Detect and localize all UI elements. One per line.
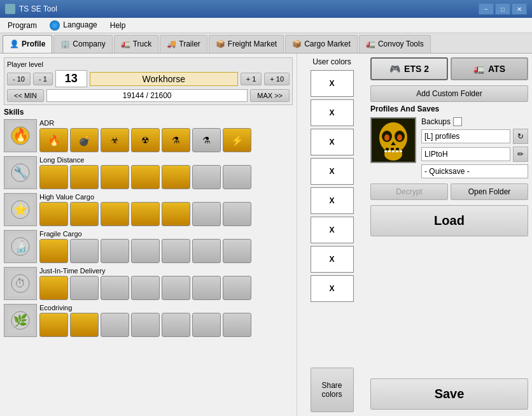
adr-skill-info: ADR 🔥 💣 ☣ ☢ ⚗ ⚗ ⚡ xyxy=(39,119,293,152)
tab-trailer[interactable]: 🚚 Trailer xyxy=(160,35,207,53)
eco-bar-6[interactable] xyxy=(192,313,221,337)
ets2-tab[interactable]: 🎮 ETS 2 xyxy=(370,57,448,80)
eco-bar-7[interactable] xyxy=(223,313,251,337)
jit-bar-3[interactable] xyxy=(101,276,129,300)
hv-bar-4[interactable] xyxy=(131,202,160,226)
hv-bar-5[interactable] xyxy=(162,202,190,226)
menu-program[interactable]: Program xyxy=(3,20,42,31)
refresh-profiles-button[interactable]: ↻ xyxy=(513,129,528,144)
max-button[interactable]: MAX >> xyxy=(250,89,290,102)
high-value-skill-name: High Value Cargo xyxy=(39,193,293,201)
color-swatch-7[interactable]: X xyxy=(311,246,354,273)
jit-bar-4[interactable] xyxy=(131,276,160,300)
adr-bar-2[interactable]: 💣 xyxy=(70,128,99,152)
color-swatch-3[interactable]: X xyxy=(311,129,354,155)
ld-bar-6[interactable] xyxy=(192,165,221,189)
adr-bar-3[interactable]: ☣ xyxy=(101,128,129,152)
menu-help[interactable]: Help xyxy=(105,20,131,31)
minus10-button[interactable]: - 10 xyxy=(7,73,31,85)
fr-bar-5[interactable] xyxy=(162,239,190,263)
eco-skill-name: Ecodriving xyxy=(39,304,293,312)
fr-bar-6[interactable] xyxy=(192,239,221,263)
eco-bar-4[interactable] xyxy=(131,313,160,337)
adr-bar-4[interactable]: ☢ xyxy=(131,128,160,152)
maximize-button[interactable]: □ xyxy=(495,3,510,15)
color-swatch-5[interactable]: X xyxy=(311,187,354,214)
tab-company[interactable]: 🏢 Company xyxy=(53,35,112,53)
tab-truck[interactable]: 🚛 Truck xyxy=(114,35,159,53)
decrypt-button[interactable]: Decrypt xyxy=(370,183,448,200)
minus1-button[interactable]: - 1 xyxy=(33,73,53,85)
plus10-button[interactable]: + 10 xyxy=(264,73,290,85)
jit-bar-5[interactable] xyxy=(162,276,190,300)
ld-bar-4[interactable] xyxy=(131,165,160,189)
eco-bar-5[interactable] xyxy=(162,313,190,337)
hv-bar-3[interactable] xyxy=(101,202,129,226)
quicksave-dropdown[interactable]: - Quicksave - xyxy=(421,164,528,178)
hv-bar-2[interactable] xyxy=(70,202,99,226)
user-colors-label: User colors xyxy=(312,57,351,66)
ld-bar-2[interactable] xyxy=(70,165,99,189)
edit-save-button[interactable]: ✏ xyxy=(513,147,528,162)
color-swatch-4[interactable]: X xyxy=(311,158,354,185)
save-dropdown[interactable]: LIPtoH xyxy=(421,147,510,161)
hv-bar-6[interactable] xyxy=(192,202,221,226)
svg-rect-33 xyxy=(400,150,402,152)
jit-skill-icon: ⏱ xyxy=(4,267,37,300)
fr-bar-1[interactable] xyxy=(39,239,68,263)
hv-bar-7[interactable] xyxy=(223,202,251,226)
adr-bar-5[interactable]: ⚗ xyxy=(162,128,190,152)
jit-bar-6[interactable] xyxy=(192,276,221,300)
adr-bar-1[interactable]: 🔥 xyxy=(39,128,68,152)
skill-row-high-value: ⭐ High Value Cargo xyxy=(4,193,293,226)
plus1-button[interactable]: + 1 xyxy=(241,73,262,85)
minimize-button[interactable]: − xyxy=(479,3,494,15)
fr-bar-2[interactable] xyxy=(70,239,99,263)
ld-bar-1[interactable] xyxy=(39,165,68,189)
adr-bar-7[interactable]: ⚡ xyxy=(223,128,251,152)
svg-rect-27 xyxy=(391,148,394,150)
jit-bar-7[interactable] xyxy=(223,276,251,300)
right-panel: 🎮 ETS 2 🚛 ATS Add Custom Folder Profiles… xyxy=(367,54,532,416)
ld-bar-7[interactable] xyxy=(223,165,251,189)
fr-bar-4[interactable] xyxy=(131,239,160,263)
ld-bar-5[interactable] xyxy=(162,165,190,189)
open-folder-button[interactable]: Open Folder xyxy=(451,183,528,200)
jit-bar-1[interactable] xyxy=(39,276,68,300)
tab-freight-market[interactable]: 📦 Freight Market xyxy=(209,35,284,53)
adr-skill-icon: 🔥 xyxy=(4,119,37,152)
fragile-bars xyxy=(39,239,293,263)
tab-profile[interactable]: 👤 Profile xyxy=(3,35,52,53)
backups-checkbox[interactable] xyxy=(453,117,462,126)
load-button[interactable]: Load xyxy=(370,205,528,236)
freight-tab-icon: 📦 xyxy=(216,39,225,48)
add-custom-folder-button[interactable]: Add Custom Folder xyxy=(370,85,528,102)
eco-bar-2[interactable] xyxy=(70,313,99,337)
tab-convoy-tools[interactable]: 🚛 Convoy Tools xyxy=(359,35,431,53)
eco-bar-1[interactable] xyxy=(39,313,68,337)
color-swatch-8[interactable]: X xyxy=(311,275,354,302)
fr-bar-3[interactable] xyxy=(101,239,129,263)
ats-tab[interactable]: 🚛 ATS xyxy=(451,57,528,80)
adr-bar-6[interactable]: ⚗ xyxy=(192,128,221,152)
save-button[interactable]: Save xyxy=(370,378,528,410)
tab-cargo-market[interactable]: 📦 Cargo Market xyxy=(285,35,358,53)
eco-bar-3[interactable] xyxy=(101,313,129,337)
svg-point-24 xyxy=(384,134,389,141)
fragile-skill-name: Fragile Cargo xyxy=(39,230,293,238)
color-swatch-1[interactable]: X xyxy=(311,70,354,97)
min-button[interactable]: << MIN xyxy=(7,89,44,102)
hv-bar-1[interactable] xyxy=(39,202,68,226)
profiles-dropdown[interactable]: [L] profiles xyxy=(421,129,510,143)
color-swatch-2[interactable]: X xyxy=(311,99,354,126)
ld-bar-3[interactable] xyxy=(101,165,129,189)
fr-bar-7[interactable] xyxy=(223,239,251,263)
close-button[interactable]: ✕ xyxy=(512,3,527,15)
svg-text:🍶: 🍶 xyxy=(13,240,28,254)
xp-sep: / xyxy=(146,91,148,100)
jit-bar-2[interactable] xyxy=(70,276,99,300)
color-swatch-6[interactable]: X xyxy=(311,217,354,243)
menu-language[interactable]: Language xyxy=(45,19,102,32)
menu-bar: Program Language Help xyxy=(0,18,532,33)
share-colors-button[interactable]: Share colors xyxy=(311,368,354,412)
